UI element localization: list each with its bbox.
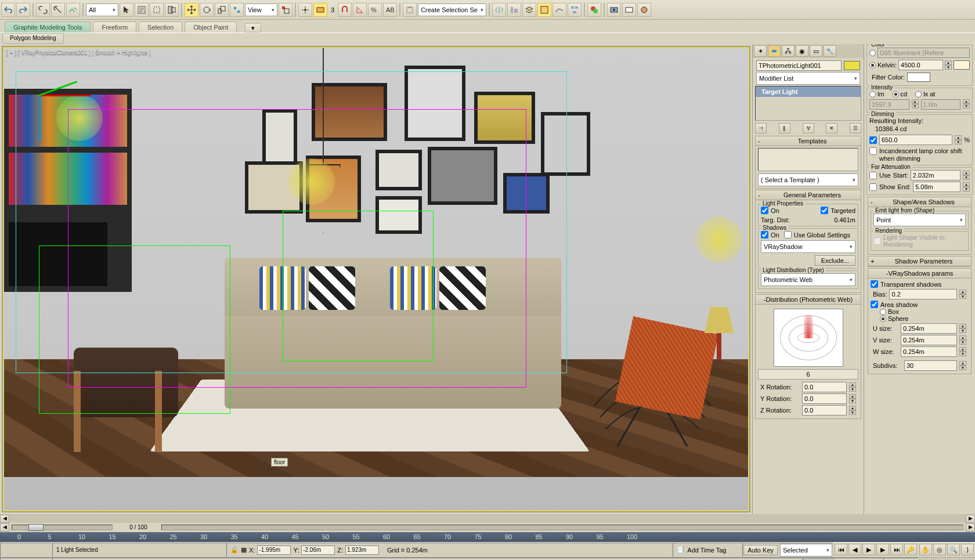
scroll-right-button[interactable]: ▶ [966, 515, 975, 523]
utilities-panel-tab[interactable]: 🔧 [824, 45, 836, 57]
time-slider-knob[interactable] [28, 524, 44, 531]
maxscript-mini-button[interactable] [0, 543, 52, 557]
time-ruler[interactable]: 0510152025303540455055606570758085909510… [0, 532, 975, 542]
exclude-button[interactable]: Exclude... [815, 255, 855, 266]
atten-start-field[interactable]: 2.032m [911, 170, 960, 180]
undo-button[interactable] [1, 3, 15, 17]
atten-use-checkbox[interactable]: Use [869, 172, 891, 179]
lock-icon[interactable]: 🔒 [230, 546, 239, 554]
arc-rotate-button[interactable]: ◎ [933, 544, 946, 555]
atten-show-checkbox[interactable]: Show [869, 183, 895, 191]
distribution-header[interactable]: -Distribution (Photometric Web) [756, 295, 861, 305]
named-selection-button[interactable] [403, 3, 417, 17]
object-name-field[interactable]: TPhotometricLight001 [756, 60, 842, 71]
key-filter-dropdown[interactable]: Selected [780, 544, 832, 557]
z-rotation-field[interactable]: 0.0 [802, 405, 847, 416]
use-global-checkbox[interactable]: Use Global Settings [784, 231, 850, 239]
distribution-dropdown[interactable]: Photometric Web [761, 273, 855, 286]
auto-key-button[interactable]: Auto Key [743, 545, 778, 555]
bind-button[interactable] [66, 3, 80, 17]
link-button[interactable] [36, 3, 50, 17]
gizmo-x-axis[interactable] [39, 95, 91, 96]
x-coord-field[interactable] [257, 545, 291, 555]
general-params-header[interactable]: -General Parameters [756, 190, 861, 200]
modifier-stack[interactable]: Target Light [755, 86, 861, 121]
angle-snap-button[interactable] [353, 3, 367, 17]
spinner-snap-button[interactable]: ABC [383, 3, 397, 17]
configure-button[interactable]: ☰ [850, 123, 861, 133]
lx-radio[interactable]: lx at [915, 91, 935, 97]
select-rotate-button[interactable] [200, 3, 214, 17]
keyboard-shortcut-button[interactable] [313, 3, 327, 17]
modifier-list-dropdown[interactable]: Modifier List [756, 72, 860, 85]
align-button[interactable] [507, 3, 521, 17]
create-panel-tab[interactable]: ✶ [754, 45, 767, 57]
rectangle-select-button[interactable] [150, 3, 164, 17]
remove-modifier-button[interactable]: ✕ [826, 123, 837, 133]
vsize-field[interactable]: 0.254m [901, 335, 957, 345]
dimming-checkbox[interactable] [869, 136, 877, 144]
x-rotation-field[interactable]: 0.0 [802, 382, 847, 392]
goto-end-button[interactable]: ⏭ [890, 544, 903, 555]
transparent-shadows-checkbox[interactable]: Transparent shadows [871, 280, 969, 288]
viewport[interactable]: [ + ] [ VRayPhysicalCamera001 ] [ Smooth… [0, 44, 752, 514]
object-color-swatch[interactable] [844, 61, 860, 70]
render-setup-button[interactable] [607, 3, 621, 17]
modify-panel-tab[interactable] [768, 45, 781, 57]
cd-radio[interactable]: cd [893, 91, 908, 97]
area-shadow-checkbox[interactable]: Area shadow [871, 301, 969, 308]
subdivs-field[interactable]: 30 [904, 360, 957, 371]
render-button[interactable] [637, 3, 651, 17]
zoom-button[interactable]: 🔍 [947, 544, 960, 555]
sphere-radio[interactable]: Sphere [880, 315, 969, 322]
targeted-checkbox[interactable]: Targeted [821, 207, 855, 214]
show-end-result-button[interactable]: ‖ [779, 123, 790, 133]
schematic-view-button[interactable] [568, 3, 582, 17]
fov-button[interactable]: ⟩ [961, 544, 974, 555]
shadows-on-checkbox[interactable]: On [761, 231, 779, 239]
scroll-left-button[interactable]: ◀ [0, 515, 9, 523]
unlink-button[interactable] [51, 3, 65, 17]
tab-graphite[interactable]: Graphite Modeling Tools [5, 21, 91, 32]
window-crossing-button[interactable] [165, 3, 179, 17]
manipulate-button[interactable] [298, 3, 312, 17]
shadow-params-header[interactable]: +Shadow Parameters [868, 256, 971, 266]
play-button[interactable]: ▶ [862, 544, 875, 555]
filter-color-swatch[interactable] [907, 73, 930, 82]
vray-shadows-header[interactable]: -VRayShadows params [868, 269, 971, 279]
select-scale-button[interactable] [215, 3, 229, 17]
shape-dropdown[interactable]: Point [873, 214, 966, 226]
ref-coord-button[interactable] [230, 3, 244, 17]
selection-filter-dropdown[interactable]: All [86, 3, 118, 16]
rendered-frame-button[interactable] [622, 3, 636, 17]
pivot-button[interactable] [279, 3, 292, 17]
hierarchy-panel-tab[interactable] [782, 45, 795, 57]
kelvin-radio[interactable]: Kelvin:4500.0▲▼ [869, 60, 970, 70]
timeline-right-button[interactable]: ▶ [966, 523, 975, 532]
subtab-polygon-modeling[interactable]: Polygon Modeling [2, 33, 64, 44]
dimming-pct-field[interactable]: 650.0 [879, 135, 952, 145]
time-slider[interactable] [12, 525, 113, 530]
tab-freeform[interactable]: Freeform [93, 21, 136, 32]
kelvin-field[interactable]: 4500.0 [898, 60, 943, 70]
template-select-dropdown[interactable]: ( Select a Template ) [758, 174, 858, 186]
snap-toggle-button[interactable] [338, 3, 352, 17]
z-coord-field[interactable] [345, 545, 379, 555]
templates-header[interactable]: -Templates [756, 136, 861, 146]
redo-button[interactable] [16, 3, 30, 17]
curve-editor-button[interactable] [552, 3, 566, 17]
named-selection-dropdown[interactable]: Create Selection Se [418, 3, 486, 16]
mirror-button[interactable] [492, 3, 506, 17]
atten-end-field[interactable]: 5.08m [913, 182, 960, 192]
ribbon-minimize-button[interactable]: ▾ [245, 23, 261, 32]
time-tag-icon[interactable]: 📑 [677, 546, 685, 554]
tab-object-paint[interactable]: Object Paint [185, 21, 237, 32]
select-move-button[interactable] [185, 3, 198, 17]
timeline-left-button[interactable]: ◀ [0, 523, 9, 532]
prev-frame-button[interactable]: ◀ [848, 544, 861, 555]
select-object-button[interactable] [120, 3, 133, 17]
wsize-field[interactable]: 0.254m [901, 346, 957, 357]
material-editor-button[interactable] [587, 3, 601, 17]
incandescent-checkbox[interactable]: Incandescent lamp color shift when dimmi… [869, 147, 970, 162]
pan-view-button[interactable]: ✋ [919, 544, 932, 555]
